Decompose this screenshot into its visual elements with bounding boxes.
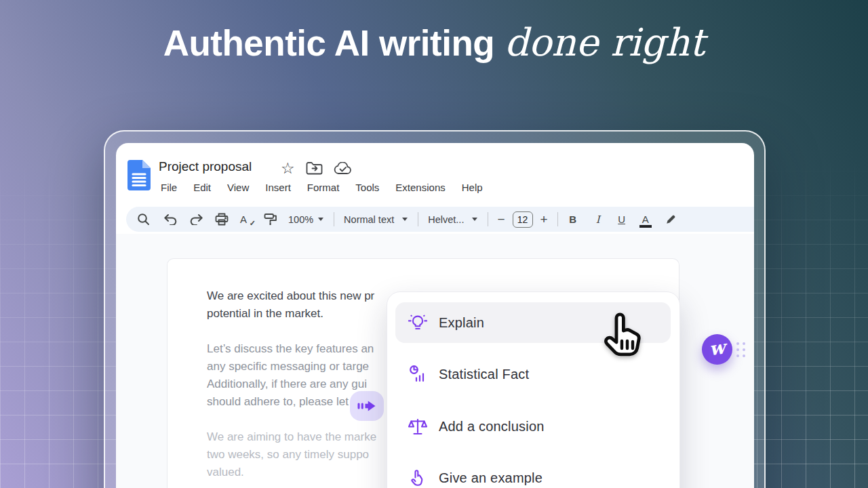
toolbar-divider (557, 212, 558, 226)
chevron-down-icon (318, 218, 323, 221)
pointing-hand-icon (408, 468, 428, 488)
font-size-input[interactable]: 12 (513, 211, 533, 228)
highlighter-icon[interactable] (665, 214, 677, 225)
doc-line: valued. (207, 464, 376, 481)
cloud-saved-icon[interactable] (334, 162, 352, 175)
hand-cursor-icon (599, 309, 644, 363)
search-icon[interactable] (137, 213, 150, 226)
star-icon[interactable]: ☆ (281, 161, 295, 176)
toolbar-divider (418, 212, 418, 226)
menu-format[interactable]: Format (307, 182, 340, 193)
paragraph-style-select[interactable]: Normal text (344, 214, 408, 225)
menu-tools[interactable]: Tools (355, 182, 379, 193)
zoom-value: 100% (288, 214, 313, 225)
menu-extensions[interactable]: Extensions (395, 182, 445, 193)
doc-line: Let’s discuss the key features an (207, 340, 376, 358)
menu-view[interactable]: View (227, 182, 249, 193)
chevron-down-icon (472, 218, 477, 221)
hero-title-sans: Authentic AI writing (163, 23, 495, 63)
spellcheck-icon[interactable]: A✓ (240, 214, 254, 225)
font-family-value: Helvet... (428, 214, 464, 225)
menu-item-label: Explain (439, 315, 484, 331)
move-folder-icon[interactable] (306, 161, 323, 175)
bold-button[interactable]: B (568, 214, 578, 225)
italic-button[interactable]: I (593, 214, 604, 226)
menu-item-label: Give an example (439, 470, 542, 486)
paint-format-icon[interactable] (264, 213, 277, 226)
paragraph-1: We are excited about this new pr potenti… (207, 287, 376, 323)
text-color-button[interactable]: A (640, 214, 651, 225)
toolbar: A✓ 100% Normal text Helvet... − 12 + B I… (126, 207, 754, 232)
bar-chart-icon (408, 364, 428, 384)
menu-item-give-example[interactable]: Give an example (395, 458, 671, 488)
menu-item-add-conclusion[interactable]: Add a conclusion (395, 406, 671, 447)
menu-insert[interactable]: Insert (265, 182, 291, 193)
menu-bar: File Edit View Insert Format Tools Exten… (161, 182, 483, 193)
redo-icon[interactable] (189, 214, 203, 225)
menu-item-label: Add a conclusion (439, 419, 545, 434)
menu-file[interactable]: File (161, 182, 177, 193)
continue-arrow-icon (357, 399, 376, 413)
drag-handle-dots-icon[interactable] (736, 342, 745, 357)
undo-icon[interactable] (163, 214, 178, 225)
chevron-down-icon (402, 218, 408, 221)
paragraph-style-value: Normal text (344, 214, 394, 225)
document-title[interactable]: Project proposal (159, 159, 252, 174)
wordtune-w-letter: w (708, 338, 726, 361)
toolbar-divider (334, 212, 334, 226)
font-family-select[interactable]: Helvet... (428, 214, 477, 225)
menu-item-label: Statistical Fact (439, 367, 529, 382)
continue-writing-button[interactable] (350, 391, 384, 421)
print-icon[interactable] (215, 213, 229, 226)
toolbar-divider (488, 212, 488, 226)
underline-button[interactable]: U (616, 214, 627, 225)
doc-line: We are excited about this new pr (207, 287, 376, 305)
wordtune-logo[interactable]: w (702, 334, 732, 365)
doc-line: We are aiming to have the marke (207, 428, 376, 446)
paragraph-3: We are aiming to have the marke two week… (207, 428, 376, 481)
decrease-font-size-button[interactable]: − (497, 212, 505, 227)
hero-title: Authentic AI writing done right (0, 20, 868, 64)
scales-icon (408, 416, 428, 436)
google-docs-icon (127, 160, 151, 190)
menu-edit[interactable]: Edit (193, 182, 211, 193)
lightbulb-icon (408, 312, 428, 333)
menu-help[interactable]: Help (462, 182, 483, 193)
doc-line: Additionally, if there are any gui (207, 375, 376, 393)
increase-font-size-button[interactable]: + (540, 212, 548, 227)
doc-line: potential in the market. (207, 305, 376, 323)
zoom-select[interactable]: 100% (288, 214, 323, 225)
doc-line: any specific messaging or targe (207, 358, 376, 375)
hero-title-italic: done right (505, 20, 705, 64)
doc-line: two weeks, so any timely suppo (207, 446, 376, 464)
